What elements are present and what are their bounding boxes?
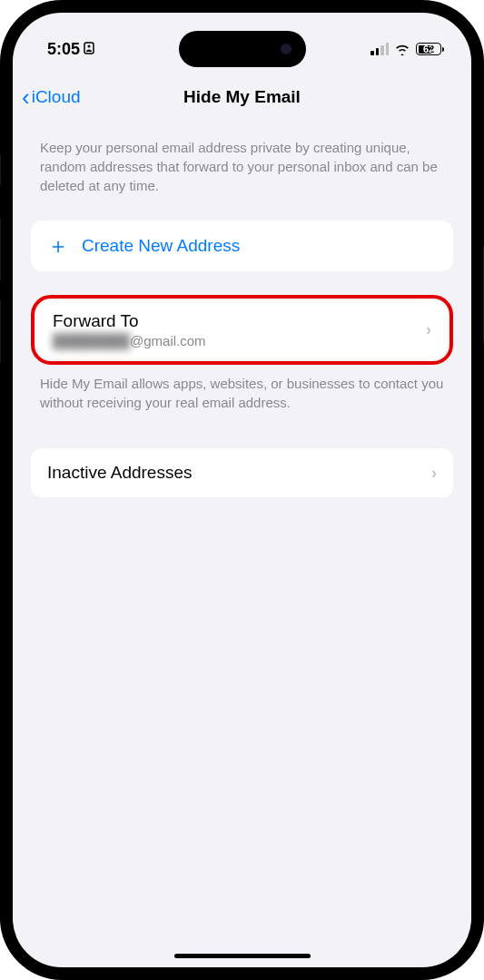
status-time: 5:05 — [47, 40, 80, 59]
email-domain: @gmail.com — [130, 333, 206, 348]
create-new-address-button[interactable]: ＋ Create New Address — [31, 220, 453, 271]
forward-to-title: Forward To — [53, 311, 206, 331]
intro-description: Keep your personal email address private… — [31, 138, 453, 195]
content-area: Keep your personal email address private… — [13, 120, 471, 497]
forward-to-content: Forward To ████████@gmail.com — [53, 311, 206, 348]
home-indicator[interactable] — [174, 954, 311, 958]
status-right: 62 — [370, 43, 444, 55]
chevron-right-icon: › — [431, 464, 437, 483]
battery-percent: 62 — [423, 44, 434, 54]
screen: 5:05 — [13, 13, 471, 967]
forward-to-highlight: Forward To ████████@gmail.com › — [31, 295, 453, 365]
back-label: iCloud — [32, 87, 81, 107]
chevron-right-icon: › — [426, 320, 431, 339]
volume-up-button[interactable] — [0, 218, 1, 281]
svg-rect-0 — [84, 43, 94, 54]
back-button[interactable]: ‹ iCloud — [22, 83, 81, 112]
wifi-icon — [394, 43, 410, 55]
svg-point-1 — [88, 44, 91, 47]
phone-frame: 5:05 — [0, 0, 484, 980]
front-camera — [281, 44, 291, 54]
inactive-addresses-title: Inactive Addresses — [47, 463, 192, 483]
cellular-signal-icon — [370, 43, 389, 55]
navigation-bar: ‹ iCloud Hide My Email — [13, 74, 471, 120]
inactive-addresses-button[interactable]: Inactive Addresses › — [31, 448, 453, 497]
forward-to-button[interactable]: Forward To ████████@gmail.com › — [36, 300, 448, 359]
volume-down-button[interactable] — [0, 299, 1, 363]
silent-switch[interactable] — [0, 154, 1, 186]
page-title: Hide My Email — [183, 87, 301, 107]
forward-to-footer: Hide My Email allows apps, websites, or … — [31, 365, 453, 412]
email-local-part: ████████ — [53, 333, 130, 348]
create-address-label: Create New Address — [82, 236, 240, 256]
focus-icon — [84, 42, 94, 57]
chevron-left-icon: ‹ — [22, 83, 30, 112]
battery-icon: 62 — [416, 43, 444, 55]
forward-to-email: ████████@gmail.com — [53, 333, 206, 348]
dynamic-island — [179, 31, 306, 67]
plus-icon: ＋ — [47, 235, 69, 257]
status-left: 5:05 — [47, 40, 94, 59]
